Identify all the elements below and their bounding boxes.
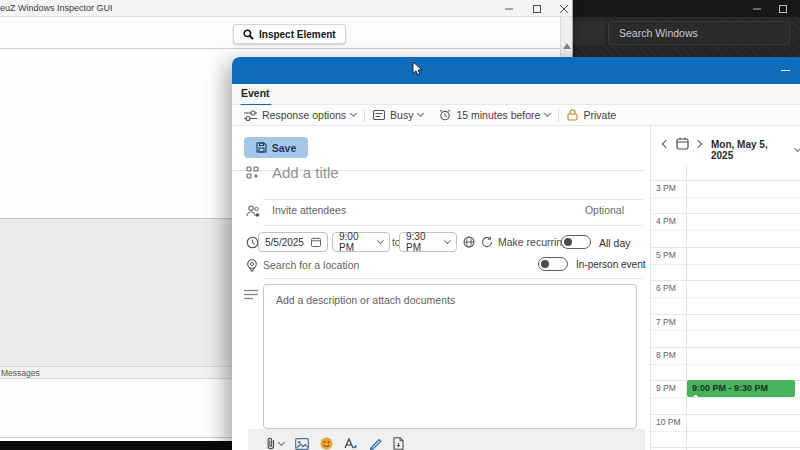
- private-label: Private: [583, 109, 616, 121]
- text-formatting-icon[interactable]: [344, 437, 358, 450]
- time-label: 5 PM: [656, 250, 684, 260]
- hour-line: [651, 447, 800, 448]
- dialog-tab-row: Event: [232, 84, 800, 105]
- chevron-down-icon: [278, 438, 285, 445]
- next-day-icon[interactable]: [694, 140, 702, 148]
- time-label: 4 PM: [656, 216, 684, 226]
- minimize-icon[interactable]: [750, 3, 764, 14]
- close-icon[interactable]: [556, 3, 572, 15]
- half-hour-line: [651, 397, 800, 398]
- show-as-label: Busy: [390, 109, 413, 121]
- divider: [263, 199, 643, 200]
- save-icon: [256, 142, 267, 153]
- dialog-titlebar[interactable]: [232, 57, 800, 84]
- half-hour-line: [651, 197, 800, 198]
- maximize-icon[interactable]: [529, 3, 545, 15]
- reminder-label: 15 minutes before: [456, 109, 540, 121]
- emoji-icon[interactable]: [320, 437, 333, 450]
- start-time-select[interactable]: 9:00 PM: [332, 232, 390, 252]
- inspector-window-title: euZ Windows Inspector GUI: [0, 3, 113, 13]
- hour-line: [651, 414, 800, 415]
- lock-icon: [567, 109, 578, 121]
- calendar-icon[interactable]: [676, 137, 689, 150]
- make-recurring-label: Make recurring: [498, 236, 568, 248]
- half-hour-line: [651, 330, 800, 331]
- draw-pen-icon[interactable]: [369, 437, 382, 450]
- chevron-down-icon: [350, 110, 357, 117]
- description-placeholder: Add a description or attach documents: [276, 294, 455, 306]
- event-compose-dialog: Event Response options Busy: [232, 57, 800, 450]
- tab-event-label: Event: [241, 87, 270, 99]
- messages-label: Messages: [1, 368, 40, 378]
- half-hour-line: [651, 230, 800, 231]
- show-as-busy-button[interactable]: Busy: [365, 105, 431, 125]
- all-day-toggle[interactable]: [561, 235, 591, 249]
- time-label: 10 PM: [656, 417, 684, 427]
- event-title-icon: [246, 166, 259, 179]
- day-grid[interactable]: 3 PM4 PM5 PM6 PM7 PM8 PM9 PM10 PM11 PM9:…: [651, 165, 800, 450]
- time-label: 9 PM: [656, 383, 684, 393]
- invite-attendees-input[interactable]: Invite attendees: [272, 204, 346, 216]
- make-recurring-button[interactable]: Make recurring: [481, 236, 568, 248]
- hour-line: [651, 247, 800, 248]
- time-label: 7 PM: [656, 317, 684, 327]
- half-hour-line: [651, 431, 800, 432]
- previous-day-icon[interactable]: [662, 140, 670, 148]
- end-time-select[interactable]: 9:30 PM: [399, 232, 457, 252]
- chevron-down-icon: [794, 145, 800, 152]
- restore-icon[interactable]: [776, 3, 790, 14]
- time-gutter-divider: [686, 165, 687, 450]
- description-icon: [244, 289, 258, 300]
- attach-file-button[interactable]: [266, 437, 284, 450]
- dialog-toolbar: Response options Busy 15 minutes before: [232, 105, 800, 126]
- reminder-button[interactable]: 15 minutes before: [431, 105, 558, 125]
- recurring-icon: [481, 236, 493, 248]
- chevron-down-icon: [417, 110, 424, 117]
- time-label: 6 PM: [656, 283, 684, 293]
- timezone-globe-icon[interactable]: [463, 236, 475, 248]
- chevron-down-icon: [377, 237, 384, 244]
- response-options-button[interactable]: Response options: [236, 105, 364, 125]
- calendar-event[interactable]: 9:00 PM - 9:30 PM: [687, 380, 795, 397]
- end-time-value: 9:30 PM: [406, 231, 440, 253]
- day-panel-date-dropdown[interactable]: Mon, May 5, 2025: [711, 139, 800, 161]
- date-field[interactable]: 5/5/2025: [258, 232, 328, 252]
- calendar-picker-icon[interactable]: [311, 237, 321, 247]
- in-person-toggle[interactable]: [538, 257, 568, 271]
- private-button[interactable]: Private: [559, 105, 624, 125]
- day-panel-date-label: Mon, May 5, 2025: [711, 139, 790, 161]
- event-resize-handle[interactable]: [692, 394, 699, 397]
- inspect-element-button[interactable]: Inspect Element: [233, 24, 346, 44]
- divider: [263, 278, 643, 279]
- busy-status-icon: [373, 110, 385, 120]
- mouse-cursor: [412, 62, 424, 81]
- save-button-label: Save: [272, 142, 297, 154]
- magnifier-icon: [243, 29, 254, 40]
- all-day-label: All day: [599, 237, 631, 249]
- half-hour-line: [651, 297, 800, 298]
- tab-event[interactable]: Event: [241, 87, 270, 105]
- inspector-titlebar: euZ Windows Inspector GUI: [0, 0, 572, 17]
- attendees-optional-label: Optional: [585, 204, 624, 216]
- event-title-input[interactable]: Add a title: [272, 164, 339, 181]
- event-form: Save Add a title Invite attendees Option…: [232, 126, 650, 450]
- paperclip-icon: [266, 437, 276, 450]
- day-panel-header: Mon, May 5, 2025: [651, 126, 800, 164]
- hour-line: [651, 213, 800, 214]
- toggle-knob: [541, 260, 549, 268]
- scroll-up-icon[interactable]: [563, 43, 571, 49]
- save-button[interactable]: Save: [244, 137, 308, 158]
- minimize-icon[interactable]: [501, 3, 517, 15]
- attachment-toolbar: [248, 429, 645, 450]
- description-textarea[interactable]: Add a description or attach documents: [263, 284, 637, 429]
- toggle-knob: [564, 238, 572, 246]
- invite-attendees-icon: [246, 205, 260, 217]
- insert-document-icon[interactable]: [393, 437, 404, 450]
- location-input[interactable]: Search for a location: [263, 259, 359, 271]
- location-pin-icon: [246, 259, 258, 272]
- minimize-icon[interactable]: [776, 63, 794, 78]
- insert-image-icon[interactable]: [295, 438, 309, 450]
- date-value: 5/5/2025: [265, 237, 304, 248]
- response-options-label: Response options: [262, 109, 346, 121]
- search-windows-input[interactable]: Search Windows: [608, 21, 790, 45]
